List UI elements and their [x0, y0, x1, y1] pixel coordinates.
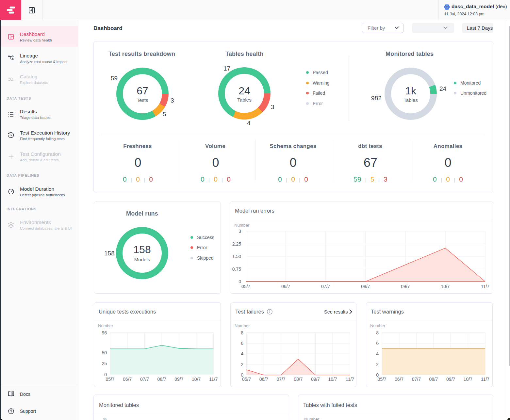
svg-text:09/7: 09/7: [401, 284, 410, 289]
svg-text:06/7: 06/7: [281, 284, 290, 289]
svg-text:6: 6: [376, 341, 379, 346]
svg-text:4: 4: [376, 351, 379, 356]
svg-text:2.25: 2.25: [232, 241, 241, 247]
svg-text:08/7: 08/7: [294, 377, 303, 382]
svg-text:50: 50: [102, 350, 107, 355]
svg-text:25: 25: [102, 361, 107, 366]
svg-text:Number: Number: [235, 323, 250, 328]
svg-text:11/7: 11/7: [481, 377, 489, 382]
svg-text:08/7: 08/7: [361, 284, 370, 289]
svg-text:07/7: 07/7: [412, 377, 421, 382]
svg-text:05/7: 05/7: [241, 284, 250, 289]
svg-text:05/7: 05/7: [242, 377, 251, 382]
svg-text:0.75: 0.75: [232, 267, 241, 272]
svg-text:6: 6: [241, 341, 243, 346]
svg-text:08/7: 08/7: [429, 377, 438, 382]
svg-text:Number: Number: [370, 323, 386, 328]
svg-text:05/7: 05/7: [377, 377, 386, 382]
svg-text:06/7: 06/7: [259, 377, 268, 382]
svg-text:11/7: 11/7: [346, 377, 354, 382]
svg-text:10/7: 10/7: [328, 377, 337, 382]
svg-text:06/7: 06/7: [123, 377, 132, 382]
svg-text:07/7: 07/7: [276, 377, 285, 382]
svg-text:11/7: 11/7: [481, 284, 489, 289]
svg-text:1.50: 1.50: [232, 254, 241, 259]
svg-text:09/7: 09/7: [311, 377, 320, 382]
svg-text:08/7: 08/7: [157, 377, 166, 382]
svg-text:8: 8: [241, 330, 243, 335]
svg-text:10/7: 10/7: [441, 284, 450, 289]
svg-text:05/7: 05/7: [106, 377, 114, 382]
svg-text:06/7: 06/7: [395, 377, 403, 382]
svg-text:11/7: 11/7: [209, 377, 218, 382]
svg-text:Number: Number: [98, 323, 113, 328]
svg-text:10/7: 10/7: [464, 377, 472, 382]
svg-text:09/7: 09/7: [446, 377, 455, 382]
svg-text:8: 8: [376, 330, 379, 335]
svg-text:09/7: 09/7: [174, 377, 183, 382]
svg-text:96: 96: [102, 330, 107, 335]
svg-text:4: 4: [241, 351, 243, 356]
svg-text:0: 0: [239, 279, 241, 284]
svg-text:07/7: 07/7: [140, 377, 149, 382]
svg-text:2: 2: [376, 362, 379, 367]
svg-text:3: 3: [239, 229, 241, 234]
svg-text:10/7: 10/7: [192, 377, 201, 382]
svg-text:07/7: 07/7: [321, 284, 330, 289]
svg-text:Number: Number: [234, 223, 250, 228]
svg-text:2: 2: [241, 362, 243, 367]
